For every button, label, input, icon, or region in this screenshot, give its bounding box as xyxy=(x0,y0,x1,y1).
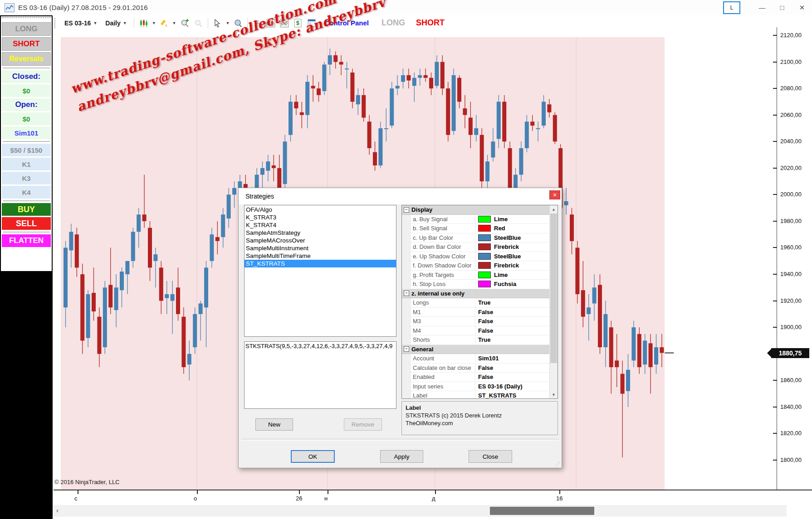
color-swatch xyxy=(478,272,491,278)
strategy-list-item[interactable]: SampleMultiTimeFrame xyxy=(245,252,396,260)
chart-style-icon[interactable] xyxy=(138,18,149,29)
new-button[interactable]: New xyxy=(255,418,293,431)
ok-button[interactable]: OK xyxy=(291,450,335,463)
property-name: f. Down Shadow Color xyxy=(402,261,475,270)
property-value[interactable]: Firebrick xyxy=(475,243,550,252)
property-value[interactable]: Lime xyxy=(475,215,550,224)
property-value[interactable]: Lime xyxy=(475,271,550,280)
property-value[interactable]: ES 03-16 (Daily) xyxy=(475,382,550,391)
maximize-button[interactable]: □ xyxy=(772,0,792,15)
property-section-header[interactable]: −Display xyxy=(402,205,550,215)
property-row[interactable]: M3False xyxy=(402,317,550,326)
collapse-icon[interactable]: − xyxy=(404,291,409,296)
toolbar-grip[interactable] xyxy=(54,18,57,28)
property-row[interactable]: M4False xyxy=(402,326,550,336)
chevron-down-icon[interactable]: ▼ xyxy=(152,21,156,25)
drawing-pencil-icon[interactable] xyxy=(159,18,170,29)
sell-button[interactable]: SELL xyxy=(2,217,51,230)
property-value[interactable]: True xyxy=(475,298,550,307)
horizontal-scrollbar[interactable]: ‹ xyxy=(53,505,787,517)
property-grid-scrollbar[interactable]: ▲ ▼ xyxy=(549,205,558,398)
strategy-list-item[interactable]: K_STRAT3 xyxy=(245,213,396,221)
property-row[interactable]: EnabledFalse xyxy=(402,373,550,382)
strategy-list-item[interactable]: K_STRAT4 xyxy=(245,221,396,229)
close-button[interactable]: ✕ xyxy=(792,0,812,15)
property-value[interactable]: Firebrick xyxy=(475,261,550,270)
zoom-in-icon[interactable] xyxy=(179,18,190,29)
property-value[interactable]: Fuchsia xyxy=(475,280,550,289)
toolbar-short-link[interactable]: SHORT xyxy=(416,18,445,28)
property-value[interactable]: False xyxy=(475,317,550,326)
strategy-list-item[interactable]: SampleAtmStrategy xyxy=(245,229,396,237)
property-value[interactable]: False xyxy=(475,308,550,317)
property-row[interactable]: AccountSim101 xyxy=(402,354,550,364)
property-row[interactable]: LongsTrue xyxy=(402,298,550,308)
property-value[interactable]: Sim101 xyxy=(475,354,550,363)
price-tick-label: 1980,00 xyxy=(780,218,802,224)
property-row[interactable]: b. Sell SignalRed xyxy=(402,224,550,233)
property-value[interactable]: ST_KSTRATS xyxy=(475,391,550,399)
strategy-list-item[interactable]: SampleMACrossOver xyxy=(245,237,396,244)
risk-preset-button[interactable]: $50 / $150 xyxy=(2,144,51,156)
strategy-parameters-box[interactable]: STKSTRATS(9,5,-3,3,27,4,12,6,-3,3,27,4,9… xyxy=(244,341,396,409)
strategy-list-item[interactable]: OFA/Algo xyxy=(245,206,396,213)
flatten-button[interactable]: FLATTEN xyxy=(2,234,51,247)
k1-button[interactable]: K1 xyxy=(2,158,51,170)
property-value[interactable]: False xyxy=(475,326,550,335)
collapse-icon[interactable]: − xyxy=(404,207,409,213)
short-button[interactable]: SHORT xyxy=(2,37,51,51)
property-section-header[interactable]: −General xyxy=(402,345,550,354)
apply-button[interactable]: Apply xyxy=(380,450,423,463)
period-selector[interactable]: Daily ▼ xyxy=(103,19,129,28)
long-button[interactable]: LONG xyxy=(2,22,51,36)
scrollbar-thumb[interactable] xyxy=(550,213,557,363)
sidebar-grip[interactable] xyxy=(2,17,51,21)
property-section-header[interactable]: −z. internal use only xyxy=(402,289,550,299)
k4-button[interactable]: K4 xyxy=(2,186,51,199)
scroll-down-icon[interactable]: ▼ xyxy=(550,391,558,398)
property-row[interactable]: c. Up Bar ColorSteelBlue xyxy=(402,233,550,243)
resize-grip[interactable]: ⋰ xyxy=(555,461,561,467)
scrollbar-thumb[interactable] xyxy=(490,507,594,515)
property-row[interactable]: LabelST_KSTRATS xyxy=(402,391,550,399)
strategy-list[interactable]: OFA/AlgoK_STRAT3K_STRAT4SampleAtmStrateg… xyxy=(244,205,396,337)
instrument-selector[interactable]: ES 03-16 ▼ xyxy=(62,19,100,28)
property-grid[interactable]: −Displaya. Buy SignalLimeb. Sell SignalR… xyxy=(401,205,558,399)
strategy-list-item[interactable]: ST_KSTRATS xyxy=(245,260,396,267)
property-row[interactable]: f. Down Shadow ColorFirebrick xyxy=(402,261,550,271)
scroll-up-icon[interactable]: ▲ xyxy=(550,205,558,213)
chevron-down-icon[interactable]: ▼ xyxy=(226,21,230,25)
property-row[interactable]: g. Profit TargetsLime xyxy=(402,271,550,280)
property-value[interactable]: SteelBlue xyxy=(475,252,550,261)
property-value[interactable]: False xyxy=(475,373,550,382)
chevron-down-icon[interactable]: ▼ xyxy=(172,21,176,25)
minimize-button[interactable]: — xyxy=(752,0,772,15)
buy-button[interactable]: BUY xyxy=(2,203,51,216)
property-value[interactable]: False xyxy=(475,364,550,373)
collapse-icon[interactable]: − xyxy=(404,346,409,352)
property-row[interactable]: Input seriesES 03-16 (Daily) xyxy=(402,382,550,392)
dialog-close-icon[interactable]: ✕ xyxy=(549,190,560,199)
dialog-title-bar[interactable]: Strategies xyxy=(239,188,562,204)
toolbar-long-link[interactable]: LONG xyxy=(382,18,405,28)
strategy-list-item[interactable]: SampleMultiInstrument xyxy=(245,244,396,252)
link-button[interactable]: L xyxy=(723,1,740,14)
property-row[interactable]: M1False xyxy=(402,308,550,317)
property-row[interactable]: Calculate on bar closeFalse xyxy=(402,364,550,373)
closed-pnl-value: $0 xyxy=(2,84,51,97)
property-value[interactable]: SteelBlue xyxy=(475,233,550,243)
scroll-left-icon[interactable]: ‹ xyxy=(56,506,59,514)
property-row[interactable]: ShortsTrue xyxy=(402,335,550,345)
k3-button[interactable]: K3 xyxy=(2,172,51,184)
property-row[interactable]: d. Down Bar ColorFirebrick xyxy=(402,243,550,252)
property-grid-rows: −Displaya. Buy SignalLimeb. Sell SignalR… xyxy=(402,205,550,399)
property-row[interactable]: a. Buy SignalLime xyxy=(402,215,550,224)
close-dialog-button[interactable]: Close xyxy=(469,450,512,463)
cursor-icon[interactable] xyxy=(212,18,223,29)
property-value[interactable]: True xyxy=(475,335,550,344)
property-value[interactable]: Red xyxy=(475,224,550,233)
property-row[interactable]: h. Stop LossFuchsia xyxy=(402,280,550,289)
zoom-out-icon[interactable] xyxy=(193,18,204,29)
reversals-button[interactable]: Reversals xyxy=(2,52,51,66)
property-row[interactable]: e. Up Shadow ColorSteelBlue xyxy=(402,252,550,262)
